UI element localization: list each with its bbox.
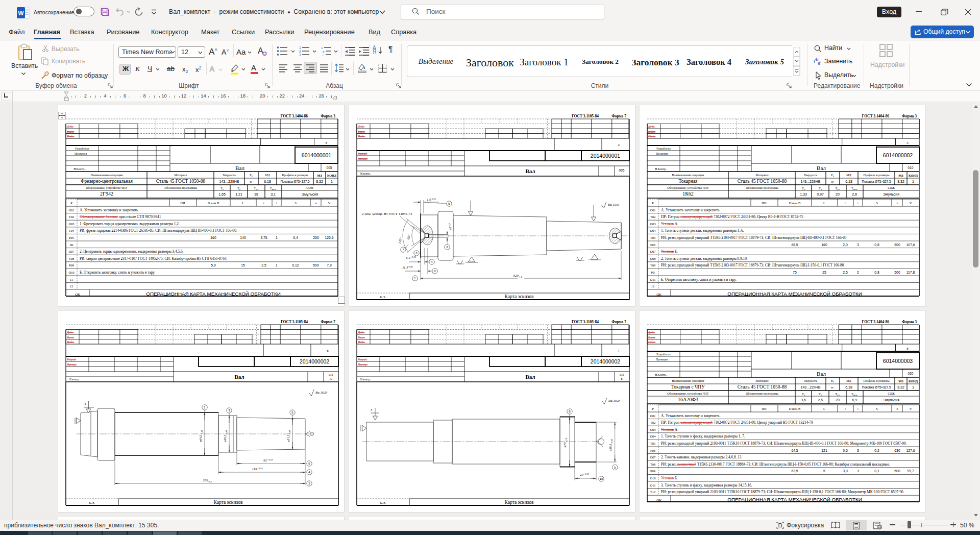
svg-text:Т02: Т02: [650, 421, 655, 424]
svg-text:Н.контр.: Н.контр.: [69, 378, 80, 381]
svg-text:О10: О10: [68, 271, 74, 274]
svg-text:А. Установить заготовку и закр: А. Установить заготовку и закрепить.: [661, 208, 720, 212]
svg-text:Н.Контр..: Н.Контр..: [655, 167, 667, 171]
svg-text:1. Точить ступени и фаску, выд: 1. Точить ступени и фаску, выдерживая ра…: [661, 434, 745, 439]
svg-text:125,6: 125,6: [325, 236, 333, 239]
svg-text:4: 4: [618, 143, 620, 147]
svg-text:ø64,5-0,46: ø64,5-0,46: [199, 429, 204, 443]
svg-text:0,8: 0,8: [874, 243, 879, 247]
svg-text:V: V: [910, 407, 912, 410]
svg-text:3,75: 3,75: [260, 236, 267, 239]
svg-text:11: 11: [70, 278, 73, 281]
svg-text:7,9: 7,9: [327, 263, 332, 267]
svg-text:А. Установить заготовку и закр: А. Установить заготовку и закрепить.: [80, 208, 139, 212]
svg-text:320-1,4: 320-1,4: [512, 274, 522, 279]
svg-text:20: 20: [836, 192, 840, 196]
svg-text:107,6: 107,6: [906, 243, 915, 247]
svg-text:L: L: [823, 407, 825, 410]
svg-text:Эмульсия: Эмульсия: [883, 192, 899, 197]
svg-text:Подл.: Подл.: [357, 341, 365, 344]
svg-text:А: А: [330, 377, 332, 380]
svg-text:Разраб.: Разраб.: [66, 358, 77, 361]
svg-text:Оборудование, устройства ЧПУ: Оборудование, устройства ЧПУ: [667, 186, 709, 189]
svg-text:63,5: 63,5: [791, 469, 798, 473]
svg-text:8: 8: [906, 347, 909, 351]
svg-text:ø56,5-0,46: ø56,5-0,46: [608, 439, 614, 452]
svg-text:Ra 10,0: Ra 10,0: [608, 399, 620, 403]
svg-text:Разработал: Разработал: [75, 147, 89, 150]
svg-text:ø56,5-0,46: ø56,5-0,46: [223, 429, 228, 443]
svg-text:S: S: [876, 407, 878, 410]
svg-text:0,12: 0,12: [292, 263, 299, 267]
svg-text:О11: О11: [650, 278, 656, 281]
svg-text:Т08: Т08: [650, 463, 655, 466]
svg-text:Тшт.к.: Тшт.к.: [270, 186, 276, 190]
svg-text:1: 1: [331, 180, 333, 183]
svg-text:1: 1: [321, 46, 323, 50]
svg-text:Твердость: Твердость: [804, 174, 817, 177]
svg-text:Провер.: Провер.: [357, 157, 368, 160]
svg-text:2. Точить ступени детали, выде: 2. Точить ступени детали, выдерживая раз…: [661, 256, 748, 261]
svg-text:3: 3: [857, 449, 859, 452]
svg-text:Поковка Ø75×327,5: Поковка Ø75×327,5: [280, 180, 310, 183]
svg-text:V: V: [328, 201, 331, 205]
svg-text:3: 3: [299, 53, 301, 57]
svg-text:ПИ: ПИ: [180, 201, 185, 205]
svg-text:Р09: Р09: [69, 263, 74, 267]
svg-text:Дубл.: Дубл.: [648, 125, 655, 128]
svg-text:Установ Б.: Установ Б.: [661, 476, 678, 480]
svg-text:кг: кг: [831, 386, 835, 389]
svg-text:Дубл.: Дубл.: [66, 125, 74, 128]
svg-text:РИ: резец проходной упорный 21: РИ: резец проходной упорный 2103-0011 Т1…: [661, 490, 904, 494]
svg-text:D или В: D или В: [208, 201, 219, 205]
svg-text:О08: О08: [650, 257, 655, 260]
svg-text:143...229НВ: 143...229НВ: [801, 180, 821, 183]
svg-text:5,0: 5,0: [211, 263, 216, 267]
svg-text:3,0: 3,0: [843, 469, 848, 473]
svg-text:Взам.: Взам.: [358, 130, 365, 133]
svg-text:То: То: [802, 186, 805, 190]
svg-text:2014000002: 2014000002: [590, 358, 620, 364]
svg-text:60°: 60°: [406, 234, 411, 240]
svg-text:3: 3: [370, 408, 373, 411]
svg-text:МД: МД: [265, 174, 270, 177]
svg-text:1. Фрезеровать торцы одновреме: 1. Фрезеровать торцы одновременно, выдер…: [80, 222, 180, 226]
svg-text:Дубл.: Дубл.: [357, 331, 364, 334]
svg-text:Подл.: Подл.: [648, 135, 655, 138]
svg-text:Разработал: Разработал: [656, 147, 671, 150]
svg-text:ГОСТ 3.1105-84: ГОСТ 3.1105-84: [571, 114, 598, 118]
svg-text:Поковка Ø75×327,5: Поковка Ø75×327,5: [862, 180, 891, 183]
svg-text:Тв: Тв: [819, 392, 822, 396]
svg-text:О07: О07: [650, 250, 656, 253]
svg-text:010: 010: [329, 373, 333, 376]
svg-text:Вал: Вал: [235, 165, 244, 171]
svg-text:ø70-0,74: ø70-0,74: [563, 437, 568, 448]
svg-text:0,1: 0,1: [874, 469, 879, 473]
svg-text:Карта эскизов: Карта эскизов: [504, 500, 533, 505]
svg-text:010: 010: [619, 373, 624, 376]
svg-text:МЗ: МЗ: [317, 174, 322, 177]
svg-text:О01: О01: [650, 208, 655, 212]
svg-text:0,5: 0,5: [843, 449, 848, 452]
svg-text:Форма 7: Форма 7: [611, 320, 626, 324]
svg-text:92+0,54: 92+0,54: [263, 458, 273, 463]
svg-text:25: 25: [822, 271, 826, 274]
svg-text:Т04: Т04: [69, 229, 75, 232]
svg-text:20: 20: [836, 398, 840, 402]
svg-text:Н.Контр..: Н.Контр..: [655, 373, 667, 376]
svg-text:Дубл.: Дубл.: [357, 125, 364, 128]
svg-text:Форма 7: Форма 7: [321, 320, 335, 324]
svg-text:Поковка Ø75×327,5: Поковка Ø75×327,5: [862, 385, 891, 389]
svg-text:Профиль и размеры: Профиль и размеры: [864, 174, 890, 177]
svg-text:6: 6: [327, 349, 329, 353]
svg-text:99,7: 99,7: [907, 469, 914, 473]
svg-text:Тшт.к.: Тшт.к.: [851, 186, 857, 190]
svg-text:Тв: Тв: [237, 186, 240, 190]
svg-text:Обезжиривание базовое при стан: Обезжиривание базовое при станке СТП 987…: [80, 214, 161, 219]
svg-text:Дубл.: Дубл.: [648, 331, 655, 334]
svg-text:10: 10: [599, 477, 603, 480]
svg-text:ПИ: ПИ: [762, 407, 767, 410]
svg-text:Разработал: Разработал: [656, 353, 671, 356]
svg-text:500: 500: [894, 243, 900, 247]
svg-text:Тв: Тв: [819, 186, 822, 190]
